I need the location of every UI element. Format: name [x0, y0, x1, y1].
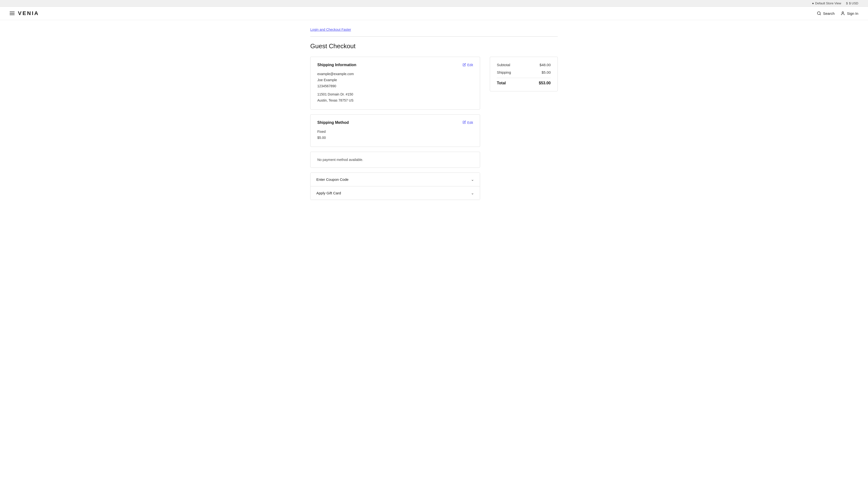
shipping-phone: 1234567890: [317, 83, 473, 89]
header-left: VENIA: [10, 10, 39, 17]
coupon-accordion-header[interactable]: Enter Coupon Code ⌄: [310, 173, 480, 186]
svg-line-1: [820, 14, 820, 15]
shipping-method-details: Fixed $5.00: [317, 129, 473, 141]
shipping-value: $5.00: [541, 70, 551, 75]
shipping-row: Shipping $5.00: [497, 70, 551, 75]
shipping-method-name: Fixed: [317, 129, 473, 135]
header-right: Search Sign In: [817, 11, 858, 16]
store-view-item[interactable]: ● Default Store View: [812, 1, 841, 5]
header: VENIA Search Sign In: [0, 7, 868, 20]
shipping-method-card: Shipping Method Edit Fixed $5.00: [310, 114, 480, 147]
chevron-down-icon: ⌄: [471, 177, 474, 182]
main-content: Login and Checkout Faster Guest Checkout…: [301, 20, 567, 214]
total-value: $53.00: [539, 81, 551, 85]
shipping-label: Shipping: [497, 70, 511, 75]
shipping-method-price: $5.00: [317, 135, 473, 141]
shipping-info-header: Shipping Information Edit: [317, 63, 473, 67]
order-summary-card: Subtotal $48.00 Shipping $5.00 Total $53…: [490, 57, 558, 91]
currency-label: $ USD: [849, 1, 858, 5]
shipping-info-edit-label: Edit: [467, 63, 473, 67]
search-label: Search: [823, 11, 835, 16]
hamburger-line-3: [10, 15, 15, 15]
shipping-name: Joe Example: [317, 77, 473, 83]
logo: VENIA: [18, 10, 39, 17]
checkout-left: Shipping Information Edit example@exampl…: [310, 57, 480, 200]
shipping-info-edit-button[interactable]: Edit: [463, 63, 473, 67]
shipping-address-line2: Austin, Texas 78757 US: [317, 97, 473, 104]
shipping-info-card: Shipping Information Edit example@exampl…: [310, 57, 480, 110]
hamburger-menu[interactable]: [10, 11, 15, 15]
total-label: Total: [497, 81, 506, 85]
divider: [310, 36, 558, 37]
checkout-right: Subtotal $48.00 Shipping $5.00 Total $53…: [490, 57, 558, 91]
gift-card-accordion-item: Apply Gift Card ⌄: [310, 186, 480, 200]
svg-point-2: [842, 11, 843, 13]
hamburger-line-1: [10, 11, 15, 12]
currency-item: $ $ USD: [846, 1, 858, 5]
page-title: Guest Checkout: [310, 42, 558, 50]
sign-in-label: Sign In: [847, 11, 858, 16]
shipping-method-title: Shipping Method: [317, 120, 349, 125]
subtotal-row: Subtotal $48.00: [497, 63, 551, 67]
gift-card-accordion-header[interactable]: Apply Gift Card ⌄: [310, 186, 480, 200]
shipping-address: 11501 Domain Dr. #150 Austin, Texas 7875…: [317, 91, 473, 104]
shipping-info-details: example@example.com Joe Example 12345678…: [317, 71, 473, 104]
gift-card-label: Apply Gift Card: [316, 191, 341, 195]
hamburger-line-2: [10, 13, 15, 13]
shipping-method-edit-button[interactable]: Edit: [463, 120, 473, 124]
shipping-address-line1: 11501 Domain Dr. #150: [317, 91, 473, 97]
edit-icon: [463, 120, 466, 124]
location-pin-icon: ●: [812, 1, 814, 5]
dollar-icon: $: [846, 1, 848, 5]
top-bar: ● Default Store View $ $ USD: [0, 0, 868, 7]
shipping-method-edit-label: Edit: [467, 121, 473, 124]
login-link[interactable]: Login and Checkout Faster: [310, 28, 351, 31]
shipping-email: example@example.com: [317, 71, 473, 77]
payment-card: No payment method available.: [310, 152, 480, 168]
chevron-down-icon: ⌄: [471, 191, 474, 195]
total-row: Total $53.00: [497, 78, 551, 85]
subtotal-label: Subtotal: [497, 63, 510, 67]
checkout-layout: Shipping Information Edit example@exampl…: [310, 57, 558, 200]
shipping-info-title: Shipping Information: [317, 63, 356, 67]
search-button[interactable]: Search: [817, 11, 835, 16]
no-payment-message: No payment method available.: [317, 158, 363, 162]
subtotal-value: $48.00: [540, 63, 551, 67]
shipping-method-header: Shipping Method Edit: [317, 120, 473, 125]
sign-in-button[interactable]: Sign In: [840, 11, 858, 16]
user-icon: [840, 11, 845, 16]
promo-accordion: Enter Coupon Code ⌄ Apply Gift Card ⌄: [310, 173, 480, 200]
coupon-label: Enter Coupon Code: [316, 177, 349, 181]
edit-icon: [463, 63, 466, 67]
search-icon: [817, 11, 821, 16]
store-view-label: Default Store View: [815, 1, 841, 5]
coupon-accordion-item: Enter Coupon Code ⌄: [310, 173, 480, 186]
